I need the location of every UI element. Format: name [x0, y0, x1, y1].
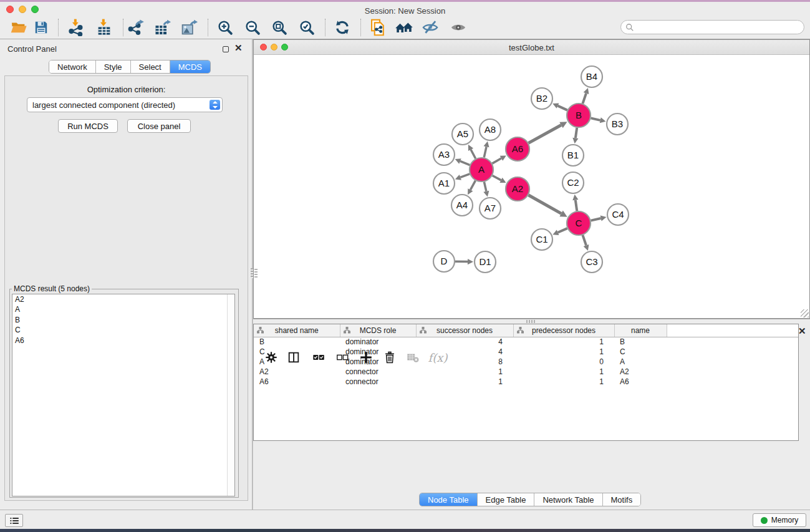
table-cell[interactable]: B — [254, 337, 340, 347]
zoom-fit-icon[interactable] — [268, 17, 291, 37]
table-cell[interactable]: A6 — [614, 377, 667, 387]
search-field[interactable] — [620, 20, 804, 34]
column-header-successor-nodes[interactable]: successor nodes — [416, 324, 513, 337]
result-scrollbar[interactable] — [227, 294, 234, 496]
table-cell[interactable]: connector — [340, 377, 416, 387]
table-cell[interactable]: 1 — [416, 377, 513, 387]
table-cell[interactable]: 4 — [416, 337, 513, 347]
table-cell[interactable]: dominator — [340, 337, 416, 347]
export-network-icon[interactable] — [125, 17, 147, 37]
show-hide-panels-icon[interactable] — [419, 17, 441, 37]
table-cell[interactable]: 1 — [513, 337, 614, 347]
network-edge-B-B4[interactable] — [582, 94, 586, 104]
network-edge-C-C3[interactable] — [582, 235, 586, 246]
panel-menu-button[interactable] — [5, 514, 23, 527]
search-input[interactable] — [637, 23, 793, 32]
tab-motifs[interactable]: Motifs — [603, 493, 641, 506]
open-session-icon[interactable] — [7, 17, 30, 37]
memory-button[interactable]: Memory — [753, 513, 806, 527]
tab-network[interactable]: Network — [49, 60, 96, 73]
result-item[interactable]: A2 — [12, 294, 234, 304]
delete-column-icon[interactable] — [380, 347, 400, 367]
network-edge-C-C2[interactable] — [576, 200, 577, 211]
network-edge-A-A7[interactable] — [484, 182, 486, 191]
zoom-out-icon[interactable] — [241, 17, 264, 37]
home-icon[interactable] — [393, 17, 415, 37]
table-cell[interactable]: A6 — [254, 377, 340, 387]
unselect-all-icon[interactable] — [332, 347, 352, 367]
network-edge-A-A6[interactable] — [492, 158, 501, 163]
settings-gear-icon[interactable] — [261, 347, 281, 367]
column-header-mcds-role[interactable]: MCDS role — [340, 324, 416, 337]
network-edge-A-A3[interactable] — [460, 161, 470, 165]
add-column-icon[interactable] — [356, 347, 376, 367]
network-canvas[interactable]: B4B2BB3A8A5A6A3B1AC2A1A2A4A7C4CC1DD1C3 — [254, 56, 809, 318]
tab-edge-table[interactable]: Edge Table — [478, 493, 535, 506]
network-edge-C-C1[interactable] — [558, 228, 567, 233]
network-edge-A-A2[interactable] — [493, 175, 501, 180]
export-image-icon[interactable] — [178, 17, 200, 37]
network-edge-B-B2[interactable] — [557, 106, 567, 110]
clone-network-icon[interactable] — [367, 17, 389, 37]
zoom-selected-icon[interactable] — [296, 17, 318, 37]
view-resize-grip[interactable] — [254, 269, 258, 279]
tab-select[interactable]: Select — [131, 60, 170, 73]
table-cell[interactable]: A — [614, 357, 667, 367]
column-icon[interactable] — [284, 347, 304, 367]
run-mcds-button[interactable]: Run MCDS — [58, 119, 118, 133]
refresh-icon[interactable] — [331, 17, 354, 37]
mcds-result-list[interactable]: A2ABCA6 — [12, 294, 235, 496]
node-label: B2 — [536, 93, 547, 104]
criterion-dropdown[interactable]: largest connected component (directed) — [27, 97, 223, 112]
result-item[interactable]: A — [12, 304, 234, 314]
float-panel-icon[interactable] — [223, 46, 229, 52]
column-header-shared-name[interactable]: shared name — [254, 324, 340, 337]
table-cell[interactable]: B — [614, 337, 667, 347]
table-cell[interactable]: 1 — [513, 377, 614, 387]
table-cell[interactable]: A2 — [254, 367, 340, 377]
view-resize-corner[interactable] — [801, 309, 809, 317]
eye-icon[interactable] — [447, 17, 470, 37]
table-cell[interactable]: 0 — [513, 357, 614, 367]
table-cell[interactable]: A2 — [614, 367, 667, 377]
node-label: C1 — [536, 234, 547, 244]
network-edge-B-B3[interactable] — [591, 118, 600, 120]
close-panel-button[interactable]: Close panel — [127, 119, 191, 133]
search-icon — [625, 23, 634, 32]
network-edge-A-A5[interactable] — [471, 150, 476, 159]
column-header-name[interactable]: name — [614, 324, 667, 337]
network-edge-B-B1[interactable] — [576, 128, 577, 138]
table-row[interactable]: Bdominator41B — [254, 337, 799, 347]
network-edge-A-A1[interactable] — [460, 174, 470, 177]
result-item[interactable]: A6 — [12, 336, 234, 346]
import-network-icon[interactable] — [65, 17, 87, 37]
node-table[interactable]: shared nameMCDS rolesuccessor nodesprede… — [253, 324, 799, 441]
tab-mcds[interactable]: MCDS — [170, 60, 210, 73]
network-edge-A6-B[interactable] — [529, 125, 561, 143]
table-cell[interactable]: 1 — [513, 347, 614, 357]
table-cell[interactable]: 1 — [513, 367, 614, 377]
save-session-icon[interactable] — [30, 17, 52, 37]
network-edge-A-A8[interactable] — [484, 147, 486, 157]
network-edge-A-A4[interactable] — [470, 181, 475, 190]
select-all-icon[interactable] — [309, 347, 329, 367]
table-row[interactable]: A2connector11A2 — [254, 367, 799, 377]
horizontal-splitter-grip[interactable] — [526, 320, 535, 323]
tab-style[interactable]: Style — [96, 60, 131, 73]
table-cell[interactable]: C — [614, 347, 667, 357]
import-table-icon[interactable] — [93, 17, 115, 37]
table-cell[interactable]: 1 — [416, 367, 513, 377]
network-edge-C-C4[interactable] — [591, 218, 601, 221]
result-item[interactable]: C — [12, 325, 234, 335]
close-panel-icon[interactable]: ✕ — [234, 45, 243, 51]
result-item[interactable]: B — [12, 315, 234, 325]
table-row[interactable]: A6connector11A6 — [254, 377, 799, 387]
export-table-icon[interactable] — [151, 17, 173, 37]
table-cell[interactable]: connector — [340, 367, 416, 377]
close-table-panel-icon[interactable]: ✕ — [798, 328, 806, 334]
tab-node-table[interactable]: Node Table — [420, 493, 478, 506]
column-header-predecessor-nodes[interactable]: predecessor nodes — [513, 324, 614, 337]
tab-network-table[interactable]: Network Table — [534, 493, 602, 506]
zoom-in-icon[interactable] — [214, 17, 236, 37]
network-edge-A2-C[interactable] — [528, 195, 561, 214]
